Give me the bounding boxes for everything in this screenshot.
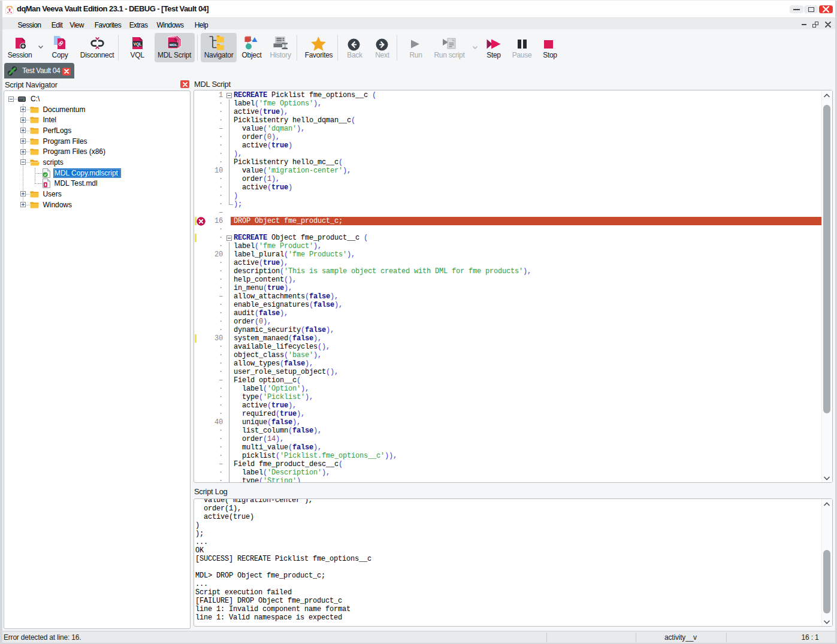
svg-text:VQL: VQL [134, 42, 141, 47]
svg-text:MDL: MDL [170, 43, 178, 47]
